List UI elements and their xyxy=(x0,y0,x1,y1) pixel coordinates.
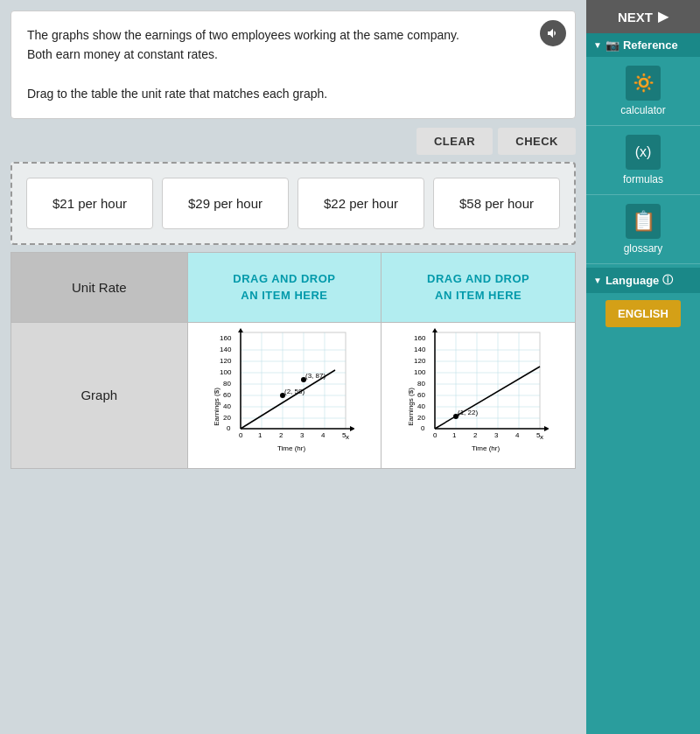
next-button[interactable]: NEXT ▶ xyxy=(586,0,700,33)
svg-text:140: 140 xyxy=(220,346,232,353)
unit-rate-row: Unit Rate DRAG AND DROPAN ITEM HERE DRAG… xyxy=(11,252,576,322)
svg-text:4: 4 xyxy=(515,431,520,439)
svg-text:60: 60 xyxy=(417,391,425,399)
svg-rect-39 xyxy=(435,332,540,429)
question-text-2: Both earn money at constant rates. xyxy=(27,45,559,64)
svg-text:Time (hr): Time (hr) xyxy=(472,444,500,452)
svg-marker-54 xyxy=(432,328,438,332)
svg-rect-0 xyxy=(241,332,346,429)
question-text-3: Drag to the table the unit rate that mat… xyxy=(27,84,559,103)
svg-text:1: 1 xyxy=(258,431,262,439)
svg-text:120: 120 xyxy=(220,357,232,365)
glossary-item[interactable]: 📋 glossary xyxy=(586,195,700,264)
graph-row: Graph xyxy=(11,322,576,468)
svg-text:160: 160 xyxy=(414,334,426,342)
svg-text:Time (hr): Time (hr) xyxy=(277,444,305,452)
graph-cell-1: (2, 58) (3, 87) 0 1 2 3 4 5 x 0 20 xyxy=(187,322,382,468)
svg-text:2: 2 xyxy=(279,431,284,439)
drag-card-1[interactable]: $21 per hour xyxy=(26,178,153,229)
unit-rate-label: Unit Rate xyxy=(11,252,188,322)
svg-text:(2, 58): (2, 58) xyxy=(284,388,304,395)
drag-card-3[interactable]: $22 per hour xyxy=(298,178,424,229)
svg-text:(1, 22): (1, 22) xyxy=(458,409,478,416)
svg-text:140: 140 xyxy=(414,346,426,353)
svg-text:3: 3 xyxy=(300,431,304,439)
svg-text:Earnings ($): Earnings ($) xyxy=(409,387,415,425)
main-area: The graphs show the earnings of two empl… xyxy=(0,0,586,734)
triangle-icon: ▼ xyxy=(593,40,602,50)
svg-text:80: 80 xyxy=(223,380,231,388)
svg-text:20: 20 xyxy=(417,414,425,422)
svg-text:40: 40 xyxy=(417,402,425,410)
drag-card-4[interactable]: $58 per hour xyxy=(433,178,560,229)
svg-marker-15 xyxy=(238,328,243,332)
drop-table: Unit Rate DRAG AND DROPAN ITEM HERE DRAG… xyxy=(10,252,576,469)
svg-text:40: 40 xyxy=(223,402,231,410)
svg-text:4: 4 xyxy=(321,431,326,439)
svg-text:0: 0 xyxy=(421,424,425,432)
svg-text:100: 100 xyxy=(220,368,232,376)
svg-marker-53 xyxy=(544,426,549,431)
graph-1-svg: (2, 58) (3, 87) 0 1 2 3 4 5 x 0 20 xyxy=(214,328,354,459)
speaker-button[interactable] xyxy=(540,20,566,46)
svg-text:0: 0 xyxy=(227,424,231,432)
clear-button[interactable]: CLEAR xyxy=(416,128,493,155)
calculator-item[interactable]: 🔅 calculator xyxy=(586,57,700,126)
svg-text:60: 60 xyxy=(223,391,231,399)
drop-zone-1[interactable]: DRAG AND DROPAN ITEM HERE xyxy=(187,252,382,322)
check-button[interactable]: ChECK xyxy=(498,128,576,155)
svg-text:0: 0 xyxy=(433,431,438,439)
formulas-icon: (x) xyxy=(626,135,661,170)
svg-text:160: 160 xyxy=(220,334,232,342)
svg-text:120: 120 xyxy=(414,357,426,365)
formulas-item[interactable]: (x) formulas xyxy=(586,126,700,195)
info-icon: ⓘ xyxy=(662,273,673,288)
svg-text:1: 1 xyxy=(452,431,457,439)
lang-triangle-icon: ▼ xyxy=(593,276,602,285)
sidebar: NEXT ▶ ▼ 📷 Reference 🔅 calculator (x) fo… xyxy=(586,0,700,734)
calculator-icon: 🔅 xyxy=(626,66,661,101)
svg-marker-14 xyxy=(350,426,354,431)
svg-text:3: 3 xyxy=(494,431,499,439)
drag-source-area: $21 per hour $29 per hour $22 per hour $… xyxy=(10,162,576,245)
next-arrow-icon: ▶ xyxy=(658,9,668,24)
svg-text:80: 80 xyxy=(417,380,425,388)
graph-cell-2: (1, 22) 0 1 2 3 4 5 x 0 20 40 60 xyxy=(382,322,576,468)
svg-text:Earnings ($): Earnings ($) xyxy=(214,387,220,425)
speaker-icon xyxy=(546,26,560,40)
language-header[interactable]: ▼ Language ⓘ xyxy=(586,268,700,293)
svg-text:2: 2 xyxy=(473,431,478,439)
english-button[interactable]: ENGLISH xyxy=(606,300,681,327)
svg-text:(3, 87): (3, 87) xyxy=(305,372,326,380)
reference-icon: 📷 xyxy=(606,38,620,52)
svg-text:0: 0 xyxy=(239,431,243,439)
graph-label: Graph xyxy=(11,322,188,468)
svg-text:x: x xyxy=(346,433,349,441)
question-box: The graphs show the earnings of two empl… xyxy=(10,10,576,119)
question-text-1: The graphs show the earnings of two empl… xyxy=(27,25,559,45)
svg-text:20: 20 xyxy=(223,414,231,422)
buttons-row: CLEAR ChECK xyxy=(10,128,576,155)
graph-2-svg: (1, 22) 0 1 2 3 4 5 x 0 20 40 60 xyxy=(409,328,549,459)
svg-text:x: x xyxy=(540,433,543,441)
reference-section: ▼ 📷 Reference 🔅 calculator (x) formulas … xyxy=(586,33,700,264)
drag-card-2[interactable]: $29 per hour xyxy=(162,178,289,229)
language-section: ▼ Language ⓘ ENGLISH xyxy=(586,268,700,327)
drop-zone-2[interactable]: DRAG AND DROPAN ITEM HERE xyxy=(382,252,576,322)
glossary-icon: 📋 xyxy=(626,204,661,239)
reference-header[interactable]: ▼ 📷 Reference xyxy=(586,33,700,57)
svg-text:100: 100 xyxy=(414,368,426,376)
